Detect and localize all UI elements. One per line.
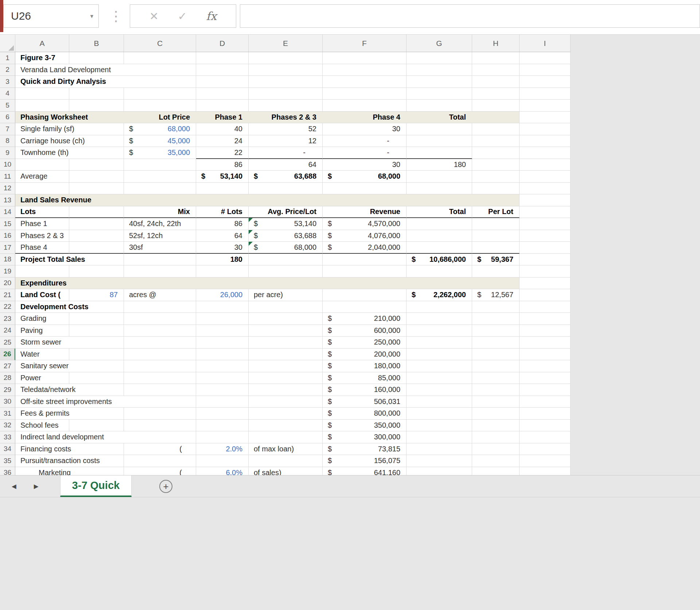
cell-A18[interactable]: Project Total Sales: [15, 254, 124, 266]
cell-I12[interactable]: [520, 183, 571, 195]
cell-E3[interactable]: [249, 76, 323, 88]
row-header-33[interactable]: 33: [0, 431, 15, 443]
cell-B23[interactable]: [69, 313, 124, 325]
cell-H28[interactable]: [472, 372, 520, 384]
cell-B16[interactable]: [69, 230, 124, 242]
cell-D18[interactable]: 180: [196, 254, 249, 266]
cell-F8[interactable]: -: [323, 135, 407, 147]
row-header-10[interactable]: 10: [0, 159, 15, 171]
cell-E33[interactable]: [249, 431, 323, 443]
cell-B12[interactable]: [69, 183, 124, 195]
cell-C27[interactable]: [124, 360, 196, 372]
cell-H35[interactable]: [472, 455, 520, 467]
cell-C25[interactable]: [124, 337, 196, 349]
cell-I1[interactable]: [520, 52, 571, 64]
cell-G10[interactable]: 180: [407, 159, 472, 171]
cell-A30[interactable]: Off-site street improvements: [15, 396, 196, 408]
cell-A21[interactable]: Land Cost (: [15, 289, 69, 301]
cell-A32[interactable]: School fees: [15, 420, 69, 432]
cell-A29[interactable]: Teledata/network: [15, 384, 124, 396]
cell-I16[interactable]: [520, 230, 571, 242]
column-header-G[interactable]: G: [407, 35, 472, 52]
cell-H34[interactable]: [472, 443, 520, 455]
cell-C5[interactable]: [124, 100, 196, 112]
cell-I29[interactable]: [520, 384, 571, 396]
cell-I2[interactable]: [520, 64, 571, 76]
cell-D12[interactable]: [196, 183, 249, 195]
cell-D6[interactable]: Phase 1: [196, 112, 249, 124]
cell-A35[interactable]: Pursuit/transaction costs: [15, 455, 124, 467]
row-header-8[interactable]: 8: [0, 135, 15, 147]
cell-D7[interactable]: 40: [196, 123, 249, 135]
cell-D29[interactable]: [196, 384, 249, 396]
cell-G30[interactable]: [407, 396, 472, 408]
row-header-5[interactable]: 5: [0, 100, 15, 112]
cell-F35[interactable]: $156,075: [323, 455, 407, 467]
cell-C22[interactable]: [124, 301, 196, 313]
cell-C17[interactable]: 30sf: [124, 242, 196, 254]
row-header-16[interactable]: 16: [0, 230, 15, 242]
cell-F31[interactable]: $800,000: [323, 408, 407, 420]
cell-G11[interactable]: [407, 171, 472, 183]
cell-A34[interactable]: Financing costs: [15, 443, 124, 455]
cell-I20[interactable]: [520, 277, 571, 290]
cell-H2[interactable]: [472, 64, 520, 76]
cell-D10[interactable]: 86: [196, 159, 249, 171]
cell-D21[interactable]: 26,000: [196, 289, 249, 301]
cell-A11[interactable]: Average: [15, 171, 69, 183]
cell-C9[interactable]: $35,000: [124, 147, 196, 159]
cell-A14[interactable]: Lots: [15, 206, 69, 218]
cell-C23[interactable]: [124, 313, 196, 325]
cell-E10[interactable]: 64: [249, 159, 323, 171]
cell-A20[interactable]: Expenditures: [15, 277, 124, 290]
cell-C29[interactable]: [124, 384, 196, 396]
cell-D20[interactable]: [196, 277, 249, 290]
cell-G35[interactable]: [407, 455, 472, 467]
cell-F3[interactable]: [323, 76, 407, 88]
cell-D14[interactable]: # Lots: [196, 206, 249, 218]
formula-input[interactable]: [240, 4, 700, 28]
cell-G15[interactable]: [407, 218, 472, 230]
enter-icon[interactable]: ✓: [178, 10, 187, 23]
cell-I33[interactable]: [520, 431, 571, 443]
sheet-tab-active[interactable]: 3-7 Quick: [60, 475, 132, 497]
cell-E1[interactable]: [249, 52, 323, 64]
cell-E14[interactable]: Avg. Price/Lot: [249, 206, 323, 218]
cell-D35[interactable]: [196, 455, 249, 467]
cell-C15[interactable]: 40sf, 24ch, 22th: [124, 218, 196, 230]
cell-D24[interactable]: [196, 325, 249, 337]
cell-G14[interactable]: Total: [407, 206, 472, 218]
cell-I25[interactable]: [520, 337, 571, 349]
cell-F1[interactable]: [323, 52, 407, 64]
cell-C10[interactable]: [124, 159, 196, 171]
cell-G34[interactable]: [407, 443, 472, 455]
cell-H1[interactable]: [472, 52, 520, 64]
cell-G36[interactable]: [407, 467, 472, 475]
cell-D22[interactable]: [196, 301, 249, 313]
cell-I14[interactable]: [520, 206, 571, 218]
cell-A10[interactable]: [15, 159, 69, 171]
cell-G33[interactable]: [407, 431, 472, 443]
cell-A12[interactable]: [15, 183, 69, 195]
cell-A26[interactable]: Water: [15, 349, 69, 361]
cell-A27[interactable]: Sanitary sewer: [15, 360, 124, 372]
cell-F26[interactable]: $200,000: [323, 349, 407, 361]
cell-G31[interactable]: [407, 408, 472, 420]
cell-F22[interactable]: [323, 301, 407, 313]
cell-B5[interactable]: [69, 100, 124, 112]
cell-I23[interactable]: [520, 313, 571, 325]
cell-H4[interactable]: [472, 88, 520, 100]
cell-E25[interactable]: [249, 337, 323, 349]
cell-E26[interactable]: [249, 349, 323, 361]
cell-C12[interactable]: [124, 183, 196, 195]
cell-F5[interactable]: [323, 100, 407, 112]
cell-D34[interactable]: 2.0%: [196, 443, 249, 455]
cell-H3[interactable]: [472, 76, 520, 88]
cell-F23[interactable]: $210,000: [323, 313, 407, 325]
cell-I4[interactable]: [520, 88, 571, 100]
row-header-4[interactable]: 4: [0, 88, 15, 100]
row-header-28[interactable]: 28: [0, 372, 15, 384]
row-header-18[interactable]: 18: [0, 254, 15, 266]
cell-F27[interactable]: $180,000: [323, 360, 407, 372]
cell-C32[interactable]: [124, 420, 196, 432]
